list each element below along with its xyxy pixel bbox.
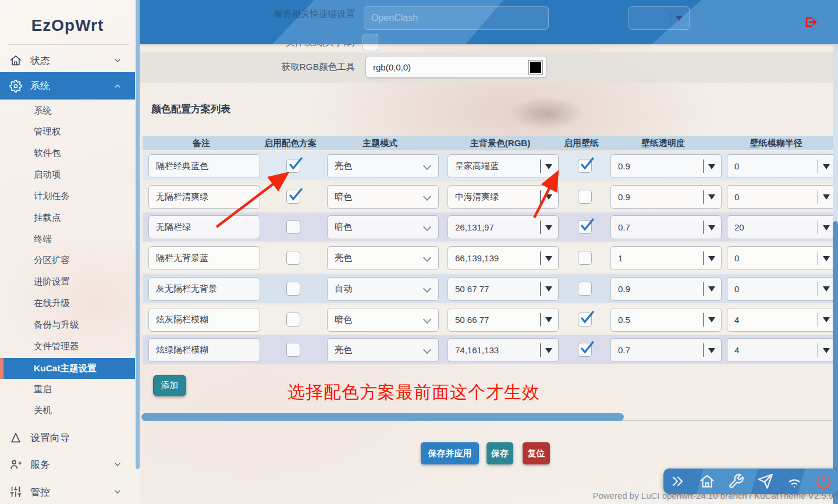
- color-swatch[interactable]: [529, 61, 542, 74]
- note-input[interactable]: 无隔栏清爽绿: [148, 185, 260, 209]
- save-button[interactable]: 保存: [487, 442, 513, 464]
- theme-mode-value: 亮色: [335, 345, 352, 356]
- blur-combobox[interactable]: 0: [727, 154, 836, 178]
- note-input[interactable]: 隔栏经典蓝色: [148, 154, 260, 178]
- sidebar-divider: [8, 44, 129, 45]
- sidebar-subitem[interactable]: 挂载点: [0, 208, 135, 228]
- bg-color-combobox[interactable]: 中海清爽绿: [448, 185, 559, 209]
- sidebar-item-services[interactable]: 服务: [0, 453, 135, 476]
- scheme-enabled-checkbox[interactable]: [286, 251, 300, 265]
- sidebar-subitem[interactable]: 备份与升级: [0, 315, 135, 335]
- sidebar-subitem[interactable]: 终端: [0, 229, 135, 249]
- theme-mode-select[interactable]: 暗色: [327, 215, 439, 239]
- sidebar-subitem[interactable]: 软件包: [0, 144, 135, 164]
- service-shortcut-dropdown[interactable]: [628, 6, 690, 30]
- blur-combobox[interactable]: 4: [727, 338, 836, 362]
- navigate-icon[interactable]: [757, 473, 773, 489]
- sidebar-subitem[interactable]: 计划任务: [0, 186, 135, 206]
- sidebar-subitem-label: 挂载点: [34, 212, 61, 224]
- opacity-combobox[interactable]: 0.9: [610, 154, 722, 178]
- sidebar-subitem[interactable]: 关机: [0, 401, 135, 421]
- note-input[interactable]: 隔栏无背景蓝: [148, 246, 260, 270]
- opacity-combobox[interactable]: 0.7: [610, 338, 722, 362]
- scheme-enabled-checkbox[interactable]: [286, 220, 300, 234]
- bg-color-value: 中海清爽绿: [455, 191, 499, 203]
- sidebar-scrollbar[interactable]: [136, 0, 140, 469]
- scheme-enabled-checkbox[interactable]: [286, 282, 300, 296]
- sidebar-subitem[interactable]: 系统: [0, 101, 135, 120]
- blur-value: 4: [734, 315, 739, 325]
- wallpaper-enabled-checkbox[interactable]: [578, 343, 592, 357]
- reset-button[interactable]: 复位: [523, 442, 550, 464]
- power-icon[interactable]: [815, 473, 832, 489]
- opacity-combobox[interactable]: 0.9: [610, 185, 722, 209]
- service-shortcut-select[interactable]: OpenClash: [364, 6, 549, 30]
- opacity-combobox[interactable]: 0.5: [610, 308, 722, 332]
- wallpaper-enabled-checkbox[interactable]: [578, 282, 592, 296]
- bg-color-combobox[interactable]: 50 66 77: [448, 308, 559, 332]
- note-input[interactable]: 无隔栏绿: [148, 215, 260, 239]
- sidebar-subitem[interactable]: 启动项: [0, 165, 135, 185]
- theme-mode-select[interactable]: 暗色: [327, 185, 439, 209]
- theme-mode-select[interactable]: 暗色: [327, 308, 439, 332]
- opacity-combobox[interactable]: 0.7: [610, 215, 722, 239]
- wrench-icon[interactable]: [728, 473, 744, 489]
- sidebar-subitem[interactable]: 重启: [0, 379, 135, 399]
- sidebar-subitem-label: KuCat主题设置: [34, 363, 97, 375]
- theme-mode-select[interactable]: 亮色: [327, 338, 439, 362]
- vertical-scrollbar-thumb[interactable]: [833, 221, 838, 504]
- sidebar-subitem[interactable]: 分区扩容: [0, 251, 135, 271]
- save-apply-button[interactable]: 保存并应用: [421, 442, 479, 464]
- bg-color-combobox[interactable]: 74,161,133: [448, 338, 559, 362]
- wallpaper-enabled-checkbox[interactable]: [578, 159, 592, 173]
- note-value: 炫灰隔栏模糊: [156, 314, 208, 325]
- rgb-tool-input[interactable]: rgb(0,0,0): [365, 56, 547, 78]
- care-mode-checkbox-ghost[interactable]: [363, 34, 378, 44]
- blur-combobox[interactable]: 20: [727, 215, 836, 239]
- logout-icon[interactable]: [804, 15, 818, 29]
- scheme-enabled-checkbox[interactable]: [286, 313, 300, 326]
- wallpaper-enabled-checkbox[interactable]: [578, 220, 592, 234]
- sidebar-subitem[interactable]: 进阶设置: [0, 272, 135, 292]
- blur-combobox[interactable]: 0: [727, 185, 836, 209]
- sidebar-item-control[interactable]: 管控: [0, 480, 135, 503]
- theme-mode-value: 暗色: [335, 191, 352, 203]
- home-icon[interactable]: [699, 473, 715, 489]
- theme-mode-select[interactable]: 亮色: [327, 246, 439, 270]
- bg-color-combobox[interactable]: 66,139,139: [448, 246, 559, 270]
- table-row: 炫绿隔栏模糊亮色74,161,1330.74: [143, 335, 833, 364]
- opacity-value: 0.9: [618, 284, 630, 294]
- bg-color-combobox[interactable]: 皇家高端蓝: [448, 154, 559, 178]
- wifi-icon[interactable]: [786, 473, 803, 489]
- wallpaper-enabled-checkbox[interactable]: [578, 313, 592, 326]
- blur-combobox[interactable]: 0: [727, 277, 836, 301]
- section-title: 颜色配置方案列表: [151, 102, 230, 116]
- note-input[interactable]: 炫绿隔栏模糊: [148, 338, 260, 362]
- sidebar-item-system[interactable]: 系统: [0, 72, 135, 100]
- sidebar-subitem[interactable]: 在线升级: [0, 294, 135, 314]
- wallpaper-enabled-checkbox[interactable]: [578, 190, 592, 204]
- theme-mode-select[interactable]: 亮色: [327, 154, 439, 178]
- bg-color-combobox[interactable]: 26,131,97: [448, 215, 559, 239]
- blur-combobox[interactable]: 4: [727, 308, 836, 332]
- expand-icon[interactable]: [670, 473, 686, 489]
- note-input[interactable]: 灰无隔栏无背景: [148, 277, 260, 301]
- sidebar-item-status[interactable]: 状态: [0, 49, 135, 72]
- blur-combobox[interactable]: 0: [727, 246, 836, 270]
- sidebar-subitem[interactable]: 管理权: [0, 122, 135, 142]
- sidebar-subitem[interactable]: KuCat主题设置: [0, 358, 135, 379]
- sidebar-subitem-label: 在线升级: [34, 297, 70, 310]
- scheme-enabled-checkbox[interactable]: [286, 159, 300, 173]
- scheme-enabled-checkbox[interactable]: [286, 343, 300, 357]
- column-header: 壁纸透明度: [608, 138, 719, 149]
- theme-mode-select[interactable]: 自动: [327, 277, 439, 301]
- note-input[interactable]: 炫灰隔栏模糊: [148, 308, 260, 332]
- bg-color-combobox[interactable]: 50 67 77: [448, 277, 559, 301]
- wallpaper-enabled-checkbox[interactable]: [578, 251, 592, 265]
- horizontal-scrollbar[interactable]: [141, 413, 624, 421]
- sidebar-subitem[interactable]: 文件管理器: [0, 336, 135, 356]
- opacity-combobox[interactable]: 0.9: [610, 277, 722, 301]
- scheme-enabled-checkbox[interactable]: [286, 190, 300, 204]
- sidebar-item-wizard[interactable]: 设置向导: [0, 426, 135, 449]
- opacity-combobox[interactable]: 1: [610, 246, 722, 270]
